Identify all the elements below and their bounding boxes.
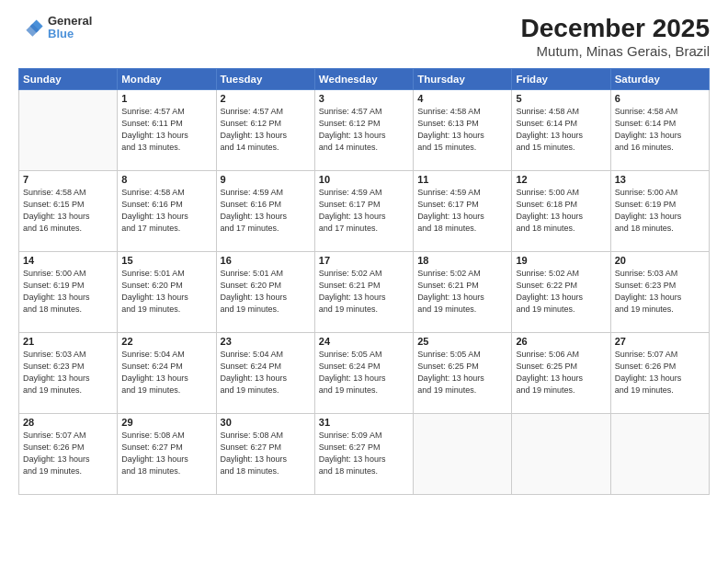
calendar-cell: 12Sunrise: 5:00 AM Sunset: 6:18 PM Dayli… bbox=[512, 170, 610, 251]
day-number: 29 bbox=[121, 417, 211, 428]
calendar-cell: 28Sunrise: 5:07 AM Sunset: 6:26 PM Dayli… bbox=[19, 413, 118, 494]
day-number: 22 bbox=[121, 336, 211, 347]
weekday-header-thursday: Thursday bbox=[414, 68, 512, 89]
calendar-cell: 18Sunrise: 5:02 AM Sunset: 6:21 PM Dayli… bbox=[414, 251, 512, 332]
day-number: 26 bbox=[516, 336, 606, 347]
cell-content: Sunrise: 5:03 AM Sunset: 6:23 PM Dayligh… bbox=[23, 349, 113, 396]
day-number: 24 bbox=[319, 336, 409, 347]
calendar-cell: 24Sunrise: 5:05 AM Sunset: 6:24 PM Dayli… bbox=[314, 332, 413, 413]
day-number: 16 bbox=[221, 255, 311, 266]
day-number: 7 bbox=[23, 174, 113, 185]
weekday-header-friday: Friday bbox=[512, 68, 610, 89]
weekday-header-row: SundayMondayTuesdayWednesdayThursdayFrid… bbox=[19, 68, 710, 89]
calendar-table: SundayMondayTuesdayWednesdayThursdayFrid… bbox=[18, 68, 710, 495]
cell-content: Sunrise: 5:06 AM Sunset: 6:25 PM Dayligh… bbox=[516, 349, 606, 396]
calendar-cell: 7Sunrise: 4:58 AM Sunset: 6:15 PM Daylig… bbox=[19, 170, 118, 251]
day-number: 21 bbox=[23, 336, 113, 347]
calendar-cell: 22Sunrise: 5:04 AM Sunset: 6:24 PM Dayli… bbox=[118, 332, 216, 413]
day-number: 5 bbox=[516, 93, 606, 104]
logo-line1: General bbox=[48, 15, 92, 28]
calendar-cell: 19Sunrise: 5:02 AM Sunset: 6:22 PM Dayli… bbox=[512, 251, 610, 332]
day-number: 19 bbox=[516, 255, 606, 266]
week-row-4: 21Sunrise: 5:03 AM Sunset: 6:23 PM Dayli… bbox=[19, 332, 710, 413]
calendar-cell: 10Sunrise: 4:59 AM Sunset: 6:17 PM Dayli… bbox=[314, 170, 413, 251]
calendar-cell: 29Sunrise: 5:08 AM Sunset: 6:27 PM Dayli… bbox=[118, 413, 216, 494]
cell-content: Sunrise: 4:59 AM Sunset: 6:17 PM Dayligh… bbox=[417, 187, 507, 235]
calendar-cell: 27Sunrise: 5:07 AM Sunset: 6:26 PM Dayli… bbox=[610, 332, 709, 413]
calendar-cell: 11Sunrise: 4:59 AM Sunset: 6:17 PM Dayli… bbox=[414, 170, 512, 251]
cell-content: Sunrise: 5:00 AM Sunset: 6:18 PM Dayligh… bbox=[516, 187, 606, 235]
cell-content: Sunrise: 4:57 AM Sunset: 6:11 PM Dayligh… bbox=[121, 106, 211, 154]
calendar-cell: 2Sunrise: 4:57 AM Sunset: 6:12 PM Daylig… bbox=[216, 89, 314, 170]
day-number: 31 bbox=[319, 417, 409, 428]
calendar-cell: 23Sunrise: 5:04 AM Sunset: 6:24 PM Dayli… bbox=[216, 332, 314, 413]
cell-content: Sunrise: 5:00 AM Sunset: 6:19 PM Dayligh… bbox=[23, 268, 113, 316]
logo-text: General Blue bbox=[48, 15, 92, 41]
week-row-2: 7Sunrise: 4:58 AM Sunset: 6:15 PM Daylig… bbox=[19, 170, 710, 251]
cell-content: Sunrise: 5:05 AM Sunset: 6:25 PM Dayligh… bbox=[417, 349, 507, 396]
day-number: 11 bbox=[417, 174, 507, 185]
cell-content: Sunrise: 5:01 AM Sunset: 6:20 PM Dayligh… bbox=[221, 268, 311, 316]
day-number: 8 bbox=[121, 174, 211, 185]
cell-content: Sunrise: 5:04 AM Sunset: 6:24 PM Dayligh… bbox=[221, 349, 311, 396]
cell-content: Sunrise: 5:02 AM Sunset: 6:21 PM Dayligh… bbox=[417, 268, 507, 316]
cell-content: Sunrise: 4:58 AM Sunset: 6:13 PM Dayligh… bbox=[417, 106, 507, 154]
cell-content: Sunrise: 5:08 AM Sunset: 6:27 PM Dayligh… bbox=[121, 430, 211, 477]
weekday-header-tuesday: Tuesday bbox=[216, 68, 314, 89]
cell-content: Sunrise: 4:59 AM Sunset: 6:16 PM Dayligh… bbox=[221, 187, 311, 235]
cell-content: Sunrise: 5:04 AM Sunset: 6:24 PM Dayligh… bbox=[121, 349, 211, 396]
day-number: 6 bbox=[615, 93, 705, 104]
day-number: 27 bbox=[615, 336, 705, 347]
day-number: 25 bbox=[417, 336, 507, 347]
calendar-cell: 30Sunrise: 5:08 AM Sunset: 6:27 PM Dayli… bbox=[216, 413, 314, 494]
cell-content: Sunrise: 5:01 AM Sunset: 6:20 PM Dayligh… bbox=[121, 268, 211, 316]
weekday-header-monday: Monday bbox=[118, 68, 216, 89]
header: General Blue December 2025 Mutum, Minas … bbox=[18, 15, 710, 59]
day-number: 2 bbox=[221, 93, 311, 104]
calendar-cell: 14Sunrise: 5:00 AM Sunset: 6:19 PM Dayli… bbox=[19, 251, 118, 332]
day-number: 3 bbox=[319, 93, 409, 104]
logo: General Blue bbox=[18, 15, 92, 41]
day-number: 4 bbox=[417, 93, 507, 104]
week-row-3: 14Sunrise: 5:00 AM Sunset: 6:19 PM Dayli… bbox=[19, 251, 710, 332]
day-number: 13 bbox=[615, 174, 705, 185]
cell-content: Sunrise: 4:58 AM Sunset: 6:16 PM Dayligh… bbox=[121, 187, 211, 235]
logo-line2: Blue bbox=[48, 28, 92, 40]
day-number: 1 bbox=[121, 93, 211, 104]
cell-content: Sunrise: 4:57 AM Sunset: 6:12 PM Dayligh… bbox=[319, 106, 409, 154]
calendar-cell: 4Sunrise: 4:58 AM Sunset: 6:13 PM Daylig… bbox=[414, 89, 512, 170]
cell-content: Sunrise: 5:07 AM Sunset: 6:26 PM Dayligh… bbox=[23, 430, 113, 477]
calendar-cell: 15Sunrise: 5:01 AM Sunset: 6:20 PM Dayli… bbox=[118, 251, 216, 332]
day-number: 12 bbox=[516, 174, 606, 185]
week-row-1: 1Sunrise: 4:57 AM Sunset: 6:11 PM Daylig… bbox=[19, 89, 710, 170]
cell-content: Sunrise: 4:58 AM Sunset: 6:15 PM Dayligh… bbox=[23, 187, 113, 235]
day-number: 20 bbox=[615, 255, 705, 266]
weekday-header-saturday: Saturday bbox=[610, 68, 709, 89]
day-number: 10 bbox=[319, 174, 409, 185]
cell-content: Sunrise: 4:58 AM Sunset: 6:14 PM Dayligh… bbox=[615, 106, 705, 154]
cell-content: Sunrise: 5:02 AM Sunset: 6:21 PM Dayligh… bbox=[319, 268, 409, 316]
day-number: 18 bbox=[417, 255, 507, 266]
day-number: 23 bbox=[221, 336, 311, 347]
day-number: 28 bbox=[23, 417, 113, 428]
weekday-header-wednesday: Wednesday bbox=[314, 68, 413, 89]
day-number: 17 bbox=[319, 255, 409, 266]
calendar-cell bbox=[610, 413, 709, 494]
cell-content: Sunrise: 4:58 AM Sunset: 6:14 PM Dayligh… bbox=[516, 106, 606, 154]
cell-content: Sunrise: 5:07 AM Sunset: 6:26 PM Dayligh… bbox=[615, 349, 705, 396]
calendar-cell: 13Sunrise: 5:00 AM Sunset: 6:19 PM Dayli… bbox=[610, 170, 709, 251]
cell-content: Sunrise: 5:05 AM Sunset: 6:24 PM Dayligh… bbox=[319, 349, 409, 396]
day-number: 9 bbox=[221, 174, 311, 185]
title-block: December 2025 Mutum, Minas Gerais, Brazi… bbox=[521, 15, 710, 59]
cell-content: Sunrise: 5:08 AM Sunset: 6:27 PM Dayligh… bbox=[221, 430, 311, 477]
calendar-cell: 3Sunrise: 4:57 AM Sunset: 6:12 PM Daylig… bbox=[314, 89, 413, 170]
calendar-subtitle: Mutum, Minas Gerais, Brazil bbox=[521, 43, 710, 59]
day-number: 30 bbox=[221, 417, 311, 428]
calendar-cell: 20Sunrise: 5:03 AM Sunset: 6:23 PM Dayli… bbox=[610, 251, 709, 332]
calendar-cell: 31Sunrise: 5:09 AM Sunset: 6:27 PM Dayli… bbox=[314, 413, 413, 494]
calendar-cell: 6Sunrise: 4:58 AM Sunset: 6:14 PM Daylig… bbox=[610, 89, 709, 170]
cell-content: Sunrise: 4:59 AM Sunset: 6:17 PM Dayligh… bbox=[319, 187, 409, 235]
day-number: 14 bbox=[23, 255, 113, 266]
cell-content: Sunrise: 5:03 AM Sunset: 6:23 PM Dayligh… bbox=[615, 268, 705, 316]
calendar-title: December 2025 bbox=[521, 15, 710, 43]
